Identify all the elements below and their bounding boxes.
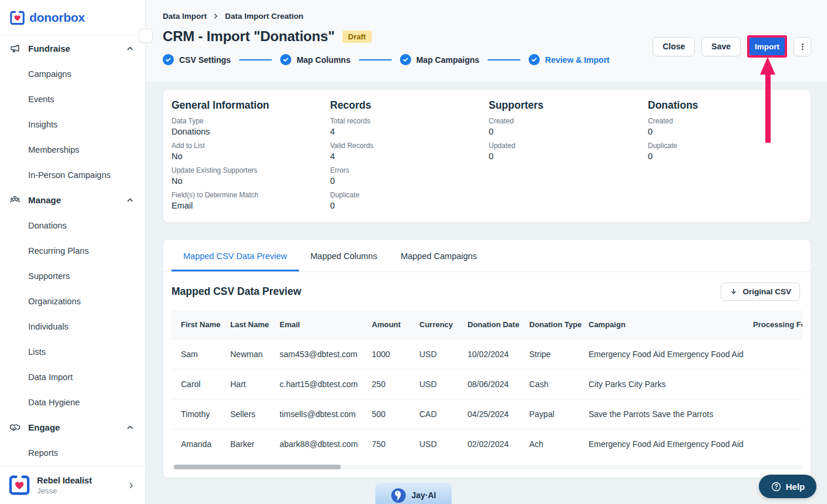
summary-general-information: General Information Data Type Donations … <box>172 99 330 210</box>
save-button[interactable]: Save <box>701 37 741 56</box>
summary-supporters: Supporters Created 0 Updated 0 <box>489 99 648 210</box>
sidebar-section-manage[interactable]: Manage <box>0 187 145 213</box>
table-cell: 250 <box>362 369 410 399</box>
sidebar-item-lists[interactable]: Lists <box>0 339 145 364</box>
sidebar-item-in-person-campaigns[interactable]: In-Person Campaigns <box>0 162 145 187</box>
sidebar-item-campaigns[interactable]: Campaigns <box>0 61 145 86</box>
summary-field-label: Created <box>648 117 811 125</box>
sidebar-item-reports[interactable]: Reports <box>0 440 145 465</box>
table-cell: 750 <box>362 429 410 459</box>
chevron-right-icon <box>212 12 220 20</box>
help-label: Help <box>786 482 805 492</box>
sidebar-collapse-button[interactable] <box>139 29 153 43</box>
table-cell: Sam <box>172 340 221 369</box>
sidebar-item-insights[interactable]: Insights <box>0 112 145 137</box>
summary-field-value: No <box>172 152 330 161</box>
preview-card: Mapped CSV Data PreviewMapped ColumnsMap… <box>163 239 811 478</box>
import-button[interactable]: Import <box>749 38 785 55</box>
breadcrumb-data-import[interactable]: Data Import <box>163 12 207 21</box>
summary-donations: Donations Created 0 Duplicate 0 <box>648 99 811 210</box>
table-header-row: First NameLast NameEmailAmountCurrencyDo… <box>172 310 802 340</box>
tab-mapped-csv-data-preview[interactable]: Mapped CSV Data Preview <box>172 240 299 271</box>
table-cell: Emergency Food Aid Emergency Food Aid <box>579 340 744 369</box>
scrollbar-thumb[interactable] <box>174 465 341 469</box>
table-horizontal-scrollbar[interactable] <box>172 465 802 469</box>
help-button[interactable]: Help <box>759 475 816 498</box>
table-cell: Ach <box>520 429 579 459</box>
sidebar-item-data-import[interactable]: Data Import <box>0 364 145 389</box>
summary-column-title: General Information <box>172 99 330 112</box>
step-check-icon <box>280 54 291 65</box>
page-header: Data Import Data Import Creation CRM - I… <box>146 0 827 82</box>
table-cell: 02/02/2024 <box>458 429 520 459</box>
tab-mapped-columns[interactable]: Mapped Columns <box>299 240 389 271</box>
page-content: General Information Data Type Donations … <box>146 82 827 478</box>
table-cell: Hart <box>221 369 270 399</box>
original-csv-button[interactable]: Original CSV <box>721 283 800 301</box>
chevron-up-icon <box>126 196 135 204</box>
chevron-right-icon <box>127 481 136 490</box>
sidebar-item-individuals[interactable]: Individuals <box>0 314 145 339</box>
column-header-amount: Amount <box>362 310 410 340</box>
header-actions: Close Save Import <box>653 35 811 58</box>
sidebar-item-supporters[interactable]: Supporters <box>0 263 145 288</box>
breadcrumb-data-import-creation[interactable]: Data Import Creation <box>225 12 304 21</box>
table-cell <box>744 340 802 369</box>
table-cell: USD <box>410 340 458 369</box>
table-cell: Sellers <box>221 399 270 429</box>
summary-field: Update Existing Supporters No <box>172 166 330 186</box>
summary-field-label: Duplicate <box>330 191 489 199</box>
sidebar-item-organizations[interactable]: Organizations <box>0 288 145 314</box>
sidebar-item-memberships[interactable]: Memberships <box>0 137 145 162</box>
step-map-campaigns[interactable]: Map Campaigns <box>400 54 479 65</box>
people-icon <box>9 194 21 206</box>
summary-field-value: 0 <box>489 152 648 161</box>
table-cell: 10/02/2024 <box>458 340 520 369</box>
step-map-columns[interactable]: Map Columns <box>280 54 351 65</box>
donorbox-logo-text: donorbox <box>29 11 85 25</box>
table-cell: Carol <box>172 369 221 399</box>
import-summary-card: General Information Data Type Donations … <box>163 89 811 223</box>
table-cell: USD <box>410 429 458 459</box>
sidebar-item-recurring-plans[interactable]: Recurring Plans <box>0 238 145 263</box>
summary-records: Records Total records 4 Valid Records 4 … <box>330 99 489 210</box>
jay-ai-assistant-badge[interactable]: Jay·AI <box>375 483 452 504</box>
close-button[interactable]: Close <box>653 37 695 56</box>
step-csv-settings[interactable]: CSV Settings <box>163 54 231 65</box>
table-cell: Cash <box>520 369 579 399</box>
sidebar-section-engage[interactable]: Engage <box>0 415 145 440</box>
summary-field-value: 0 <box>489 127 648 136</box>
download-icon <box>729 288 738 296</box>
tab-mapped-campaigns[interactable]: Mapped Campaigns <box>389 240 489 271</box>
summary-field-value: Email <box>172 201 330 210</box>
table-cell: Barker <box>221 429 270 459</box>
step-check-icon <box>163 54 174 65</box>
kebab-icon <box>798 42 807 51</box>
summary-field-value: 0 <box>330 176 489 186</box>
annotation-highlight-rect: Import <box>747 35 787 58</box>
sidebar-item-donations[interactable]: Donations <box>0 213 145 238</box>
summary-field-label: Add to List <box>172 142 330 150</box>
account-switcher[interactable]: Rebel Idealist Jesse <box>0 466 145 504</box>
table-cell: 1000 <box>362 340 410 369</box>
summary-field: Total records 4 <box>330 117 489 136</box>
table-cell <box>744 399 802 429</box>
table-cell: c.hart15@dbtest.com <box>270 369 362 399</box>
table-cell: Paypal <box>520 399 579 429</box>
sidebar-section-fundraise[interactable]: Fundraise <box>0 36 145 61</box>
summary-field-label: Total records <box>330 117 489 125</box>
table-cell: City Parks City Parks <box>579 369 744 399</box>
donorbox-logo[interactable]: donorbox <box>0 0 145 36</box>
jay-ai-label: Jay·AI <box>411 490 436 500</box>
more-options-button[interactable] <box>794 37 811 56</box>
step-review-import[interactable]: Review & Import <box>529 54 610 65</box>
main-area: Data Import Data Import Creation CRM - I… <box>146 0 827 504</box>
summary-field: Errors 0 <box>330 166 489 186</box>
step-connector <box>488 59 520 61</box>
table-cell: abark88@dbtest.com <box>270 429 362 459</box>
table-cell: CAD <box>410 399 458 429</box>
sidebar-item-data-hygiene[interactable]: Data Hygiene <box>0 389 145 415</box>
table-cell: Timothy <box>172 399 221 429</box>
table-row: AmandaBarkerabark88@dbtest.com750USD02/0… <box>172 429 802 459</box>
sidebar-item-events[interactable]: Events <box>0 86 145 112</box>
